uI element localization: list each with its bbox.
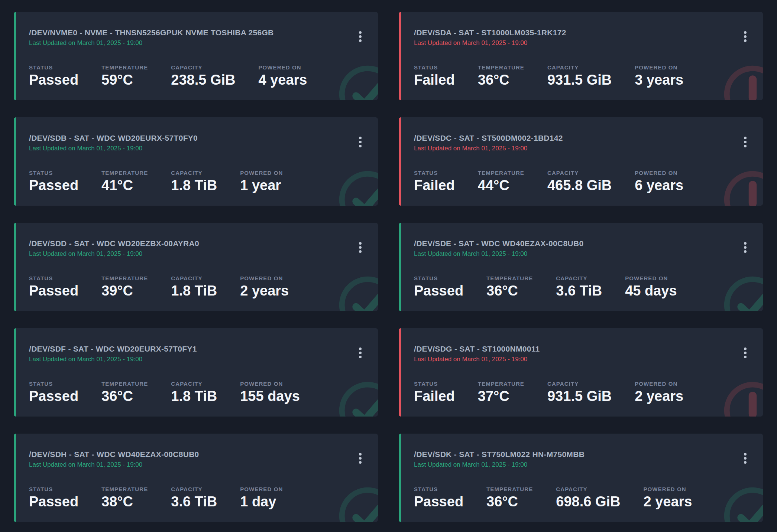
drive-title: /DEV/SDE - SAT - WDC WD40EZAX-00C8UB0 [414,239,750,248]
kebab-menu-icon [744,453,747,464]
more-options-button[interactable] [357,451,364,465]
powered-on-value: 155 days [240,388,300,404]
powered-on-value: 2 years [240,283,289,298]
drive-card[interactable]: /DEV/SDG - SAT - ST1000NM0011 Last Updat… [399,328,763,417]
stat-status: STATUS Passed [29,486,78,509]
stat-capacity: CAPACITY 3.6 TiB [556,275,602,298]
status-value: Passed [29,72,78,88]
more-options-button[interactable] [742,30,749,43]
stat-label: TEMPERATURE [101,275,148,282]
stat-label: POWERED ON [635,64,683,71]
drive-stats: STATUS Passed TEMPERATURE 36°C CAPACITY … [414,275,750,298]
drive-stats: STATUS Passed TEMPERATURE 38°C CAPACITY … [29,486,365,509]
stat-label: CAPACITY [171,486,217,493]
capacity-value: 3.6 TiB [171,494,217,509]
more-options-button[interactable] [357,30,364,43]
drive-stats: STATUS Failed TEMPERATURE 37°C CAPACITY … [414,381,750,404]
kebab-menu-icon [744,137,747,147]
powered-on-value: 1 day [240,494,283,509]
stat-label: TEMPERATURE [101,170,148,176]
stat-status: STATUS Passed [29,170,78,193]
powered-on-value: 6 years [635,177,683,193]
drive-card[interactable]: /DEV/NVME0 - NVME - THNSN5256GPUK NVME T… [14,12,378,100]
more-options-button[interactable] [357,135,364,149]
stat-label: STATUS [414,275,463,282]
stat-label: CAPACITY [547,64,612,71]
last-updated-text: Last Updated on March 01, 2025 - 19:00 [29,461,365,469]
stat-label: STATUS [414,64,455,71]
stat-capacity: CAPACITY 931.5 GiB [547,64,612,88]
drive-card[interactable]: /DEV/SDC - SAT - ST500DM002-1BD142 Last … [399,117,763,206]
stat-status: STATUS Failed [414,64,455,88]
last-updated-text: Last Updated on March 01, 2025 - 19:00 [29,250,365,258]
last-updated-text: Last Updated on March 01, 2025 - 19:00 [414,39,750,47]
stat-temperature: TEMPERATURE 39°C [101,275,148,298]
kebab-menu-icon [359,347,362,358]
stat-capacity: CAPACITY 1.8 TiB [171,275,217,298]
drive-stats: STATUS Passed TEMPERATURE 36°C CAPACITY … [414,486,750,509]
powered-on-value: 4 years [258,72,307,88]
last-updated-text: Last Updated on March 01, 2025 - 19:00 [414,144,750,153]
stat-status: STATUS Passed [29,381,78,404]
capacity-value: 1.8 TiB [171,177,217,193]
stat-label: POWERED ON [625,275,677,282]
stat-capacity: CAPACITY 1.8 TiB [171,381,217,404]
stat-label: TEMPERATURE [478,64,524,71]
drive-card[interactable]: /DEV/SDE - SAT - WDC WD40EZAX-00C8UB0 La… [399,223,763,311]
drive-card[interactable]: /DEV/SDB - SAT - WDC WD20EURX-57T0FY0 La… [14,117,378,206]
temperature-value: 37°C [478,388,524,404]
stat-label: POWERED ON [240,381,300,387]
status-value: Passed [29,283,78,298]
capacity-value: 238.5 GiB [171,72,235,88]
stat-label: CAPACITY [171,170,217,176]
stat-label: STATUS [414,381,455,387]
drive-title: /DEV/SDB - SAT - WDC WD20EURX-57T0FY0 [29,133,365,143]
drive-title: /DEV/SDA - SAT - ST1000LM035-1RK172 [414,28,750,37]
more-options-button[interactable] [742,451,749,465]
stat-label: CAPACITY [556,486,620,493]
more-options-button[interactable] [742,135,749,149]
kebab-menu-icon [744,242,747,253]
drive-card[interactable]: /DEV/SDH - SAT - WDC WD40EZAX-00C8UB0 La… [14,434,378,522]
temperature-value: 36°C [486,494,533,509]
stat-label: POWERED ON [643,486,692,493]
stat-temperature: TEMPERATURE 36°C [101,381,148,404]
drive-card[interactable]: /DEV/SDD - SAT - WDC WD20EZBX-00AYRA0 La… [14,223,378,311]
powered-on-value: 3 years [635,72,683,88]
capacity-value: 465.8 GiB [547,177,612,193]
temperature-value: 38°C [101,494,148,509]
capacity-value: 931.5 GiB [547,388,612,404]
stat-status: STATUS Passed [414,486,463,509]
capacity-value: 3.6 TiB [556,283,602,298]
stat-label: STATUS [29,275,78,282]
stat-label: CAPACITY [171,381,217,387]
status-value: Passed [414,494,463,509]
stat-label: POWERED ON [635,170,683,176]
temperature-value: 36°C [486,283,533,298]
status-value: Failed [414,388,455,404]
kebab-menu-icon [359,137,362,147]
status-value: Passed [414,283,463,298]
drive-card[interactable]: /DEV/SDF - SAT - WDC WD20EURX-57T0FY1 La… [14,328,378,417]
stat-powered-on: POWERED ON 155 days [240,381,300,404]
powered-on-value: 1 year [240,177,283,193]
stat-label: POWERED ON [635,381,683,387]
drive-card[interactable]: /DEV/SDK - SAT - ST750LM022 HN-M750MBB L… [399,434,763,522]
drive-title: /DEV/SDD - SAT - WDC WD20EZBX-00AYRA0 [29,239,365,248]
stat-status: STATUS Passed [414,275,463,298]
kebab-menu-icon [744,31,747,42]
stat-label: CAPACITY [556,275,602,282]
more-options-button[interactable] [742,346,749,360]
last-updated-text: Last Updated on March 01, 2025 - 19:00 [414,461,750,469]
more-options-button[interactable] [742,241,749,254]
stat-label: TEMPERATURE [478,170,524,176]
stat-label: POWERED ON [240,170,283,176]
capacity-value: 1.8 TiB [171,283,217,298]
drive-card[interactable]: /DEV/SDA - SAT - ST1000LM035-1RK172 Last… [399,12,763,100]
more-options-button[interactable] [357,241,364,254]
status-value: Failed [414,72,455,88]
drive-stats: STATUS Passed TEMPERATURE 36°C CAPACITY … [29,381,365,404]
stat-label: STATUS [29,486,78,493]
temperature-value: 41°C [101,177,148,193]
more-options-button[interactable] [357,346,364,360]
